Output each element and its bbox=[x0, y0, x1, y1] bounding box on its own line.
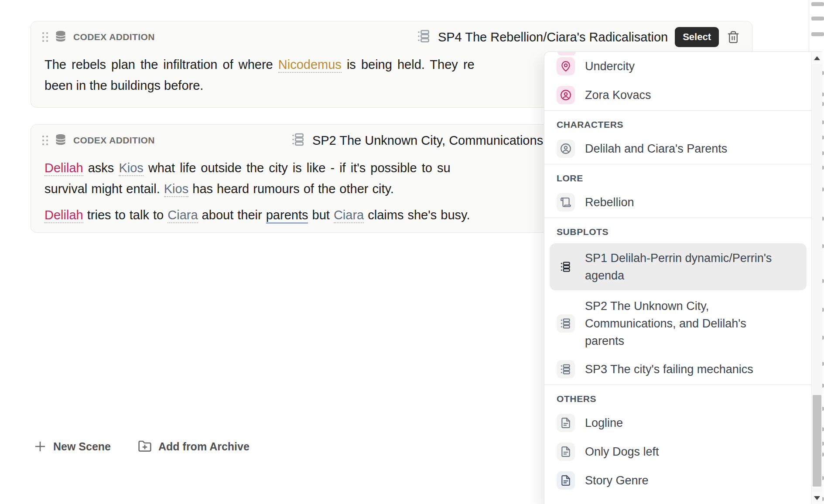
plus-icon bbox=[34, 440, 47, 453]
dropdown-group: SUBPLOTSSP1 Delilah-Perrin dynamic/Perri… bbox=[544, 218, 812, 384]
scrollbar-mark bbox=[811, 17, 824, 20]
dropdown-item-label: Story Genre bbox=[585, 472, 649, 489]
body-text: tries to talk to bbox=[83, 208, 168, 222]
file-text-icon bbox=[557, 471, 575, 490]
dropdown-item[interactable]: Delilah and Ciara's Parents bbox=[544, 134, 812, 163]
dropdown-item-label: Undercity bbox=[585, 58, 635, 75]
scene-footer: New Scene Add from Archive bbox=[33, 437, 250, 456]
codex-link[interactable]: Delilah bbox=[44, 161, 83, 176]
body-text: about their bbox=[198, 208, 266, 222]
dropdown-item-label: Only Dogs left bbox=[585, 443, 659, 460]
trash-icon[interactable] bbox=[726, 30, 741, 44]
codex-picker-dropdown: UndercityZora KovacsCHARACTERSDelilah an… bbox=[544, 51, 822, 504]
body-text: The rebels plan the infiltration of wher… bbox=[44, 58, 278, 72]
file-text-icon bbox=[557, 414, 575, 432]
arrow-down-icon bbox=[814, 496, 820, 500]
dropdown-section-header: SUBPLOTS bbox=[544, 218, 812, 242]
select-button[interactable]: Select bbox=[675, 27, 719, 47]
new-scene-button[interactable]: New Scene bbox=[33, 437, 112, 456]
dropdown-group: UndercityZora Kovacs bbox=[544, 52, 812, 109]
card-title: SP4 The Rebellion/Ciara's Radicalisation bbox=[438, 30, 668, 44]
dropdown-item-label: Zora Kovacs bbox=[585, 86, 651, 104]
body-text: claims she's busy. bbox=[364, 208, 470, 222]
codex-picker-list: UndercityZora KovacsCHARACTERSDelilah an… bbox=[544, 52, 812, 504]
scroll-down-button[interactable] bbox=[812, 492, 822, 504]
new-scene-label: New Scene bbox=[53, 440, 111, 453]
scroll-up-button[interactable] bbox=[812, 52, 822, 64]
dropdown-item[interactable]: Undercity bbox=[544, 52, 812, 81]
card-type-label: CODEX ADDITION bbox=[73, 32, 155, 42]
dropdown-item[interactable]: Rebellion bbox=[544, 188, 812, 217]
dropdown-item-label: SP3 The city's failing mechanics bbox=[585, 361, 753, 378]
body-text: what life outside the city is like - if … bbox=[144, 161, 451, 175]
codex-link[interactable]: parents bbox=[266, 208, 308, 224]
dropdown-item[interactable]: SP3 The city's failing mechanics bbox=[544, 355, 812, 384]
person-circle-icon bbox=[557, 140, 575, 158]
scene-editor-page: CODEX ADDITION SP4 The Rebellion/Ciara's… bbox=[0, 0, 824, 504]
dropdown-item[interactable]: SP2 The Unknown City, Communications, an… bbox=[544, 292, 812, 355]
dropdown-group: OTHERSLoglineOnly Dogs leftStory Genre bbox=[544, 385, 812, 495]
scroll-icon bbox=[557, 193, 575, 211]
dropdown-group: LORERebellion bbox=[544, 164, 812, 217]
add-from-archive-label: Add from Archive bbox=[158, 440, 250, 453]
card-type-label: CODEX ADDITION bbox=[73, 135, 155, 146]
body-text: been in the buildings before. bbox=[44, 78, 203, 92]
body-text: asks bbox=[83, 161, 119, 175]
dropdown-item-label: SP2 The Unknown City, Communications, an… bbox=[585, 297, 746, 350]
partially-scrolled-item-chip bbox=[557, 52, 576, 55]
dropdown-item-label: SP1 Delilah-Perrin dynamic/Perrin's agen… bbox=[585, 249, 772, 284]
card-header: CODEX ADDITION SP4 The Rebellion/Ciara's… bbox=[42, 27, 741, 47]
subplot-icon bbox=[557, 258, 575, 276]
scrollbar-mark bbox=[811, 2, 824, 6]
folder-plus-icon bbox=[138, 439, 152, 453]
codex-link[interactable]: Kios bbox=[164, 182, 188, 197]
map-pin-icon bbox=[557, 57, 575, 75]
dropdown-item[interactable]: Logline bbox=[544, 409, 812, 437]
scrollbar-thumb[interactable] bbox=[813, 395, 821, 487]
database-icon bbox=[55, 30, 67, 44]
codex-link[interactable]: Nicodemus bbox=[278, 58, 342, 73]
subplot-icon bbox=[557, 314, 575, 333]
add-from-archive-button[interactable]: Add from Archive bbox=[137, 437, 250, 456]
body-text: has heard rumours of the other city. bbox=[188, 182, 394, 196]
dropdown-item[interactable]: SP1 Delilah-Perrin dynamic/Perrin's agen… bbox=[550, 243, 807, 290]
codex-link[interactable]: Kios bbox=[119, 161, 143, 176]
dropdown-scrollbar[interactable] bbox=[811, 52, 822, 504]
arrow-up-icon bbox=[814, 56, 820, 60]
database-icon bbox=[55, 133, 67, 147]
codex-link[interactable]: Ciara bbox=[168, 208, 198, 223]
file-text-icon bbox=[557, 443, 575, 461]
codex-link[interactable]: Delilah bbox=[44, 208, 83, 223]
dropdown-section-header: CHARACTERS bbox=[544, 111, 812, 134]
subplot-icon bbox=[557, 360, 575, 378]
dropdown-item-label: Rebellion bbox=[585, 194, 634, 211]
dropdown-item[interactable]: Story Genre bbox=[544, 466, 812, 495]
dropdown-item[interactable]: Zora Kovacs bbox=[544, 81, 812, 109]
dropdown-item[interactable]: Only Dogs left bbox=[544, 437, 812, 466]
body-text: survival might entail. bbox=[44, 182, 164, 196]
codex-link[interactable]: Ciara bbox=[334, 208, 364, 223]
body-text: but bbox=[308, 208, 333, 222]
dropdown-item-label: Delilah and Ciara's Parents bbox=[585, 140, 727, 157]
body-text: is being held. They re bbox=[342, 58, 475, 72]
subplot-icon bbox=[417, 29, 431, 45]
dropdown-section-header: OTHERS bbox=[544, 385, 812, 409]
dropdown-section-header: LORE bbox=[544, 164, 812, 188]
dropdown-item-label: Logline bbox=[585, 414, 623, 432]
scrollbar-mark bbox=[811, 32, 824, 36]
dropdown-group: CHARACTERSDelilah and Ciara's Parents bbox=[544, 110, 812, 163]
subplot-icon bbox=[291, 133, 305, 148]
drag-handle-icon[interactable] bbox=[42, 136, 48, 145]
drag-handle-icon[interactable] bbox=[42, 32, 48, 42]
person-circle-icon bbox=[557, 86, 575, 104]
